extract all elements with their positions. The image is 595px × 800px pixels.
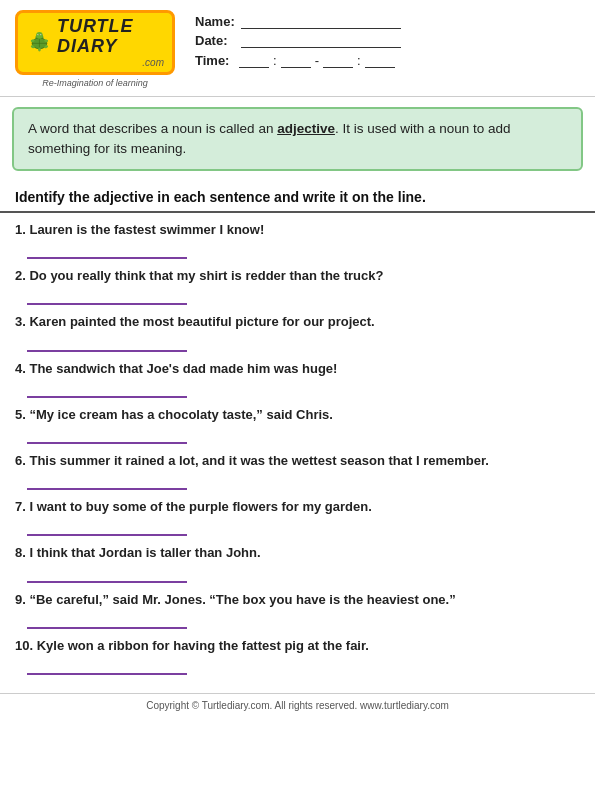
name-field: Name: bbox=[195, 14, 580, 29]
question-text: 6. This summer it rained a lot, and it w… bbox=[15, 452, 580, 470]
question-text: 4. The sandwich that Joe's dad made him … bbox=[15, 360, 580, 378]
answer-line[interactable] bbox=[27, 569, 187, 583]
time-blank-4 bbox=[365, 52, 395, 68]
info-keyword: adjective bbox=[277, 121, 335, 136]
questions-container: 1. Lauren is the fastest swimmer I know!… bbox=[0, 213, 595, 689]
question-item: 4. The sandwich that Joe's dad made him … bbox=[15, 356, 580, 398]
svg-point-5 bbox=[36, 32, 43, 39]
logo-tagline: Re-Imagination of learning bbox=[42, 78, 148, 88]
time-label: Time: bbox=[195, 53, 235, 68]
time-colon-1: : bbox=[273, 53, 277, 68]
time-blank-3 bbox=[323, 52, 353, 68]
question-text: 5. “My ice cream has a chocolaty taste,”… bbox=[15, 406, 580, 424]
logo-area: TURTLE DIARY .com Re-Imagination of lear… bbox=[15, 10, 175, 88]
answer-line[interactable] bbox=[27, 384, 187, 398]
question-item: 3. Karen painted the most beautiful pict… bbox=[15, 309, 580, 351]
answer-line[interactable] bbox=[27, 661, 187, 675]
question-text: 3. Karen painted the most beautiful pict… bbox=[15, 313, 580, 331]
footer: Copyright © Turtlediary.com. All rights … bbox=[0, 693, 595, 717]
question-text: 2. Do you really think that my shirt is … bbox=[15, 267, 580, 285]
question-item: 7. I want to buy some of the purple flow… bbox=[15, 494, 580, 536]
logo-box: TURTLE DIARY .com bbox=[15, 10, 175, 75]
info-prefix: A word that describes a noun is called a… bbox=[28, 121, 277, 136]
question-item: 5. “My ice cream has a chocolaty taste,”… bbox=[15, 402, 580, 444]
name-label: Name: bbox=[195, 14, 235, 29]
info-box: A word that describes a noun is called a… bbox=[12, 107, 583, 172]
question-item: 1. Lauren is the fastest swimmer I know! bbox=[15, 217, 580, 259]
answer-line[interactable] bbox=[27, 476, 187, 490]
time-colon-2: : bbox=[357, 53, 361, 68]
time-dash: - bbox=[315, 53, 319, 68]
question-item: 8. I think that Jordan is taller than Jo… bbox=[15, 540, 580, 582]
instructions: Identify the adjective in each sentence … bbox=[0, 181, 595, 213]
question-text: 7. I want to buy some of the purple flow… bbox=[15, 498, 580, 516]
answer-line[interactable] bbox=[27, 338, 187, 352]
svg-point-14 bbox=[38, 48, 41, 52]
svg-point-9 bbox=[41, 35, 42, 36]
question-text: 10. Kyle won a ribbon for having the fat… bbox=[15, 637, 580, 655]
turtle-icon bbox=[26, 24, 53, 60]
logo-com: .com bbox=[57, 57, 164, 68]
name-line bbox=[241, 15, 401, 29]
time-blank-2 bbox=[281, 52, 311, 68]
time-blank-1 bbox=[239, 52, 269, 68]
question-item: 2. Do you really think that my shirt is … bbox=[15, 263, 580, 305]
question-text: 9. “Be careful,” said Mr. Jones. “The bo… bbox=[15, 591, 580, 609]
date-line bbox=[241, 34, 401, 48]
question-text: 1. Lauren is the fastest swimmer I know! bbox=[15, 221, 580, 239]
answer-line[interactable] bbox=[27, 245, 187, 259]
question-text: 8. I think that Jordan is taller than Jo… bbox=[15, 544, 580, 562]
answer-line[interactable] bbox=[27, 615, 187, 629]
answer-line[interactable] bbox=[27, 430, 187, 444]
form-fields: Name: Date: Time: : - : bbox=[175, 10, 580, 68]
question-item: 10. Kyle won a ribbon for having the fat… bbox=[15, 633, 580, 675]
logo-text: TURTLE DIARY .com bbox=[57, 17, 164, 68]
logo-title: TURTLE DIARY bbox=[57, 17, 164, 57]
answer-line[interactable] bbox=[27, 291, 187, 305]
time-field: Time: : - : bbox=[195, 52, 580, 68]
question-item: 9. “Be careful,” said Mr. Jones. “The bo… bbox=[15, 587, 580, 629]
header: TURTLE DIARY .com Re-Imagination of lear… bbox=[0, 0, 595, 97]
date-label: Date: bbox=[195, 33, 235, 48]
answer-line[interactable] bbox=[27, 522, 187, 536]
svg-point-8 bbox=[38, 35, 39, 36]
question-item: 6. This summer it rained a lot, and it w… bbox=[15, 448, 580, 490]
date-field: Date: bbox=[195, 33, 580, 48]
